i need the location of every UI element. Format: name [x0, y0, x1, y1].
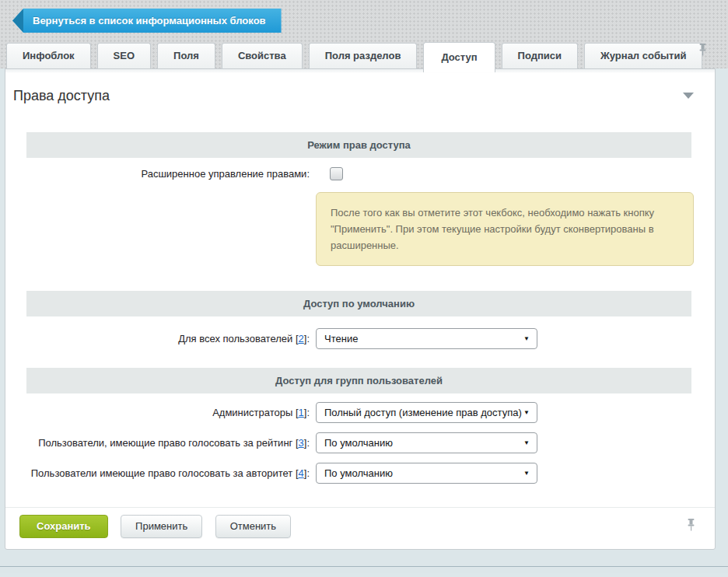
select-all-users[interactable]: Чтение ▼: [316, 328, 537, 349]
rating-voters-row: Пользователи, имеющие право голосовать з…: [26, 432, 691, 453]
advanced-rights-row: Расширенное управление правами:: [26, 167, 691, 180]
dropdown-arrow-icon: ▼: [523, 440, 530, 446]
section-header-default-access: Доступ по умолчанию: [26, 291, 691, 316]
page-bottom-strip: [0, 550, 728, 573]
administrators-label: Администраторы [1]:: [26, 407, 316, 419]
tab-section-fields[interactable]: Поля разделов: [309, 43, 418, 68]
section-header-rights-mode: Режим прав доступа: [26, 132, 691, 158]
all-users-label: Для всех пользователей [2]:: [26, 333, 316, 345]
select-authority-voters[interactable]: По умолчанию ▼: [316, 463, 537, 484]
advanced-rights-label: Расширенное управление правами:: [26, 168, 316, 180]
authority-voters-label: Пользователи имеющие право голосовать за…: [26, 467, 316, 480]
authority-voters-row: Пользователи имеющие право голосовать за…: [26, 463, 691, 484]
cancel-button[interactable]: Отменить: [215, 515, 291, 538]
tab-access[interactable]: Доступ: [423, 42, 495, 72]
pin-icon[interactable]: [698, 43, 708, 60]
note-row: После того как вы отметите этот чекбокс,…: [26, 192, 691, 266]
tab-fields[interactable]: Поля: [157, 43, 215, 68]
back-to-list-button[interactable]: Вернуться в список информационных блоков: [12, 9, 282, 33]
rating-voters-label: Пользователи, имеющие право голосовать з…: [26, 437, 316, 449]
back-button-label: Вернуться в список информационных блоков: [33, 15, 266, 26]
dropdown-arrow-icon: ▼: [523, 410, 530, 416]
save-button[interactable]: Сохранить: [19, 515, 108, 538]
page-title: Права доступа: [13, 88, 702, 104]
page-header: Вернуться в список информационных блоков…: [0, 0, 728, 68]
tab-event-log[interactable]: Журнал событий: [584, 43, 702, 68]
pin-icon[interactable]: [686, 518, 696, 535]
tab-bar: Инфоблок SEO Поля Свойства Поля разделов…: [0, 33, 728, 68]
dropdown-arrow-icon: ▼: [523, 470, 530, 477]
select-value: По умолчанию: [324, 467, 393, 479]
group-id-link[interactable]: 4: [299, 467, 304, 479]
select-administrators[interactable]: Полный доступ (изменение прав доступа) ▼: [316, 402, 537, 423]
dropdown-arrow-icon: ▼: [523, 336, 530, 342]
apply-button[interactable]: Применить: [121, 515, 202, 538]
select-rating-voters[interactable]: По умолчанию ▼: [316, 432, 537, 453]
group-id-link[interactable]: 2: [299, 333, 304, 344]
tab-signatures[interactable]: Подписи: [502, 43, 578, 68]
content-panel: Права доступа Режим прав доступа Расшире…: [5, 68, 716, 550]
select-value: По умолчанию: [324, 437, 393, 449]
tab-infoblock[interactable]: Инфоблок: [6, 43, 91, 68]
advanced-rights-checkbox[interactable]: [330, 167, 343, 180]
access-rights-form: Режим прав доступа Расширенное управлени…: [5, 132, 715, 484]
bottom-divider: [0, 566, 728, 567]
chevron-down-icon[interactable]: [683, 93, 694, 99]
form-footer: Сохранить Применить Отменить: [5, 507, 715, 549]
all-users-row: Для всех пользователей [2]: Чтение ▼: [26, 328, 691, 349]
back-arrow-icon: [12, 9, 23, 33]
tab-properties[interactable]: Свойства: [222, 43, 303, 68]
group-id-link[interactable]: 1: [299, 407, 304, 418]
tab-seo[interactable]: SEO: [97, 43, 151, 68]
administrators-row: Администраторы [1]: Полный доступ (измен…: [26, 402, 691, 423]
select-value: Полный доступ (изменение прав доступа): [324, 407, 522, 418]
group-id-link[interactable]: 3: [299, 437, 304, 449]
title-row: Права доступа: [5, 73, 715, 104]
conversion-note: После того как вы отметите этот чекбокс,…: [316, 192, 694, 266]
section-header-group-access: Доступ для групп пользователей: [26, 368, 691, 393]
select-value: Чтение: [324, 333, 358, 344]
